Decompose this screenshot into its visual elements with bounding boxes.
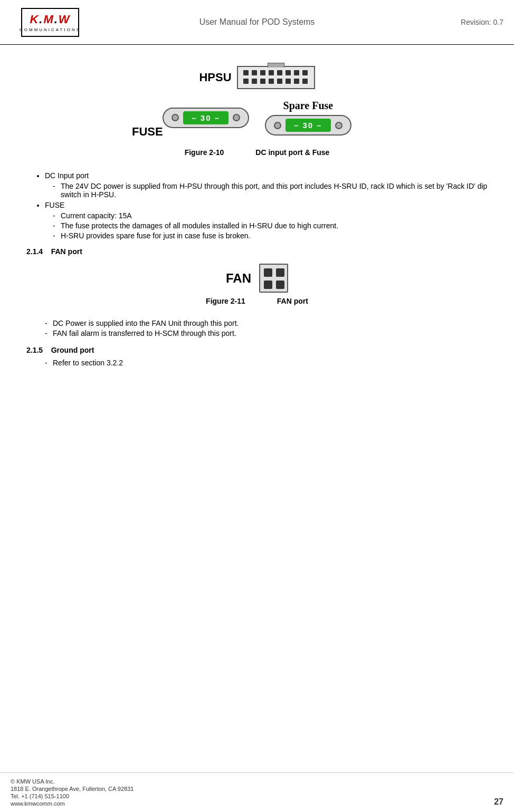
- logo-box: K.M.W COMMUNICATIONS: [21, 8, 79, 37]
- fig211-title: FAN port: [277, 297, 308, 305]
- spare-fuse-title: Spare Fuse: [283, 100, 334, 112]
- footer-web: www.kmwcomm.com: [11, 800, 134, 807]
- header-title: User Manual for POD Systems: [90, 17, 424, 27]
- footer-page: 27: [494, 797, 503, 807]
- page-footer: © KMW USA Inc. 1818 E. Orangethrope Ave,…: [0, 772, 514, 812]
- hpsu-dot: [260, 79, 265, 84]
- logo-kmw: K.M.W: [30, 13, 70, 26]
- figure-2-10-area: HPSU: [26, 66, 488, 166]
- fan-row: FAN: [226, 264, 288, 293]
- fan-label: FAN: [226, 271, 251, 286]
- hpsu-dot: [252, 79, 257, 84]
- hpsu-dot: [285, 79, 291, 84]
- logo-sub: COMMUNICATIONS: [20, 27, 81, 32]
- figure-2-10-caption: Figure 2-10 DC input port & Fuse: [185, 148, 330, 157]
- dc-input-sublist: The 24V DC power is supplied from H-PSU …: [45, 182, 488, 199]
- fan-sub1: DC Power is supplied into the FAN Unit t…: [53, 319, 488, 327]
- section-215-heading: 2.1.5 Ground port: [26, 346, 488, 354]
- dc-input-item: DC Input port The 24V DC power is suppli…: [45, 171, 488, 199]
- hpsu-dot: [302, 70, 308, 75]
- dc-input-list: DC Input port The 24V DC power is suppli…: [26, 171, 488, 240]
- fuse-main-area: – 30 –: [163, 108, 249, 128]
- ground-sublist: Refer to section 3.2.2: [26, 359, 488, 367]
- figure-2-11-caption: Figure 2-11 FAN port: [206, 297, 308, 305]
- hpsu-dot: [294, 79, 299, 84]
- hpsu-dot: [260, 70, 265, 75]
- fan-dot: [276, 281, 284, 289]
- footer-address: 1818 E. Orangethrope Ave, Fullerton, CA …: [11, 786, 134, 792]
- fan-sublist: DC Power is supplied into the FAN Unit t…: [26, 319, 488, 337]
- fan-dot: [276, 268, 284, 277]
- footer-company: © KMW USA Inc.: [11, 778, 134, 785]
- hpsu-dot: [243, 79, 249, 84]
- fan-dot: [264, 281, 272, 289]
- fan-dot: [264, 268, 272, 277]
- fig211-label: Figure 2-11: [206, 297, 245, 305]
- page-header: K.M.W COMMUNICATIONS User Manual for POD…: [0, 0, 514, 45]
- fuse-label: FUSE: [132, 125, 163, 139]
- fuse-terminal-right: [233, 114, 240, 121]
- fuse-terminal-left: [172, 114, 179, 121]
- dc-input-sub1: The 24V DC power is supplied from H-PSU …: [61, 182, 488, 199]
- fuse-green-value: – 30 –: [183, 111, 229, 124]
- hpsu-dot: [269, 70, 274, 75]
- hpsu-dot: [252, 70, 257, 75]
- fan-connector: [259, 264, 288, 293]
- hpsu-dot: [269, 79, 274, 84]
- main-content: HPSU: [0, 45, 514, 380]
- section-214-heading: 2.1.4 FAN port: [26, 247, 488, 256]
- fan-sub2: FAN fail alarm is transferred to H-SCM t…: [53, 329, 488, 337]
- hpsu-dot: [302, 79, 308, 84]
- ground-sub1: Refer to section 3.2.2: [53, 359, 488, 367]
- footer-tel: Tel. +1 (714) 515-1100: [11, 793, 134, 799]
- fan-diagram: FAN Figure 2-11 FAN port: [26, 264, 488, 315]
- fuse-sub2: The fuse protects the damages of all mod…: [61, 221, 488, 230]
- hpsu-dot: [294, 70, 299, 75]
- hpsu-diagram: HPSU: [199, 66, 315, 89]
- fuse-body: – 30 –: [163, 108, 249, 128]
- fig210-title: DC input port & Fuse: [255, 148, 329, 157]
- fuse-sub1: Current capacity: 15A: [61, 211, 488, 220]
- hpsu-row: HPSU: [199, 66, 315, 89]
- footer-left: © KMW USA Inc. 1818 E. Orangethrope Ave,…: [11, 778, 134, 807]
- hpsu-connector: [237, 66, 315, 89]
- header-revision: Revision: 0.7: [424, 18, 503, 26]
- fig210-label: Figure 2-10: [185, 148, 224, 157]
- hpsu-dot: [285, 70, 291, 75]
- logo-area: K.M.W COMMUNICATIONS: [11, 8, 90, 37]
- fuse-sub3: H-SRU provides spare fuse for just in ca…: [61, 231, 488, 240]
- hpsu-dot: [277, 79, 282, 84]
- fuse-item: FUSE Current capacity: 15A The fuse prot…: [45, 201, 488, 240]
- hpsu-dot: [243, 70, 249, 75]
- fuse-sublist: Current capacity: 15A The fuse protects …: [45, 211, 488, 240]
- hpsu-dot: [277, 70, 282, 75]
- hpsu-label: HPSU: [199, 71, 231, 84]
